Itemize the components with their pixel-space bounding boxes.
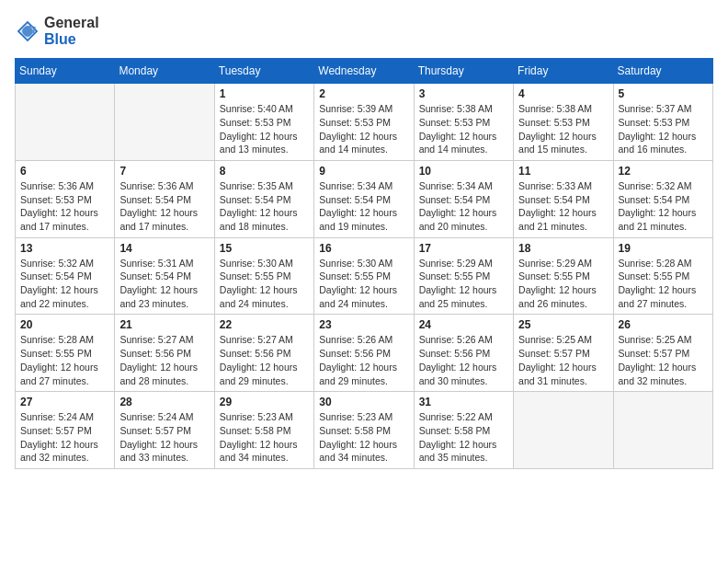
weekday-header-friday: Friday: [514, 59, 613, 84]
day-info: Sunrise: 5:29 AM Sunset: 5:55 PM Dayligh…: [518, 257, 608, 311]
calendar-cell: 24Sunrise: 5:26 AM Sunset: 5:56 PM Dayli…: [414, 315, 513, 392]
day-info: Sunrise: 5:25 AM Sunset: 5:57 PM Dayligh…: [619, 333, 708, 387]
day-info: Sunrise: 5:32 AM Sunset: 5:54 PM Dayligh…: [20, 257, 109, 311]
day-number: 28: [119, 396, 209, 408]
calendar-cell: 26Sunrise: 5:25 AM Sunset: 5:57 PM Dayli…: [613, 315, 712, 392]
day-info: Sunrise: 5:36 AM Sunset: 5:53 PM Dayligh…: [20, 179, 109, 234]
calendar-cell: 28Sunrise: 5:24 AM Sunset: 5:57 PM Dayli…: [115, 392, 214, 469]
day-number: 12: [619, 165, 708, 178]
calendar-cell: 11Sunrise: 5:33 AM Sunset: 5:54 PM Dayli…: [514, 160, 613, 237]
day-number: 30: [319, 396, 408, 408]
day-number: 8: [220, 165, 309, 178]
calendar-cell: 22Sunrise: 5:27 AM Sunset: 5:56 PM Dayli…: [214, 315, 313, 392]
calendar-cell: 16Sunrise: 5:30 AM Sunset: 5:55 PM Dayli…: [314, 237, 414, 315]
calendar-cell: 9Sunrise: 5:34 AM Sunset: 5:54 PM Daylig…: [314, 160, 414, 237]
day-number: 22: [220, 318, 309, 331]
weekday-header-tuesday: Tuesday: [214, 59, 313, 84]
week-row-1: 1Sunrise: 5:40 AM Sunset: 5:53 PM Daylig…: [16, 84, 713, 161]
week-row-4: 20Sunrise: 5:28 AM Sunset: 5:55 PM Dayli…: [16, 315, 713, 392]
weekday-header-row: SundayMondayTuesdayWednesdayThursdayFrid…: [16, 59, 713, 84]
day-number: 9: [319, 165, 408, 178]
day-number: 29: [220, 396, 309, 408]
day-number: 26: [619, 318, 708, 331]
day-info: Sunrise: 5:32 AM Sunset: 5:54 PM Dayligh…: [619, 179, 708, 234]
day-info: Sunrise: 5:26 AM Sunset: 5:56 PM Dayligh…: [319, 333, 408, 387]
calendar-cell: 3Sunrise: 5:38 AM Sunset: 5:53 PM Daylig…: [414, 84, 513, 161]
calendar-cell: [613, 392, 712, 469]
calendar-cell: 30Sunrise: 5:23 AM Sunset: 5:58 PM Dayli…: [314, 392, 414, 469]
day-number: 7: [119, 165, 209, 178]
day-info: Sunrise: 5:26 AM Sunset: 5:56 PM Dayligh…: [419, 333, 508, 387]
calendar-cell: 18Sunrise: 5:29 AM Sunset: 5:55 PM Dayli…: [514, 237, 613, 315]
calendar-cell: [115, 84, 214, 161]
day-info: Sunrise: 5:22 AM Sunset: 5:58 PM Dayligh…: [419, 410, 508, 465]
week-row-3: 13Sunrise: 5:32 AM Sunset: 5:54 PM Dayli…: [16, 237, 713, 315]
day-number: 16: [319, 242, 408, 255]
day-info: Sunrise: 5:40 AM Sunset: 5:53 PM Dayligh…: [220, 102, 309, 156]
page-header: General Blue: [15, 15, 713, 47]
calendar-cell: 23Sunrise: 5:26 AM Sunset: 5:56 PM Dayli…: [314, 315, 414, 392]
calendar-cell: [514, 392, 613, 469]
day-info: Sunrise: 5:23 AM Sunset: 5:58 PM Dayligh…: [220, 410, 309, 465]
calendar-cell: 6Sunrise: 5:36 AM Sunset: 5:53 PM Daylig…: [16, 160, 115, 237]
day-number: 27: [20, 396, 109, 408]
calendar-cell: 4Sunrise: 5:38 AM Sunset: 5:53 PM Daylig…: [514, 84, 613, 161]
calendar-cell: [16, 84, 115, 161]
calendar-table: SundayMondayTuesdayWednesdayThursdayFrid…: [15, 58, 713, 469]
day-number: 19: [619, 242, 708, 255]
weekday-header-saturday: Saturday: [613, 59, 712, 84]
day-info: Sunrise: 5:27 AM Sunset: 5:56 PM Dayligh…: [220, 333, 309, 387]
day-number: 3: [419, 87, 508, 100]
day-number: 23: [319, 318, 408, 331]
weekday-header-monday: Monday: [115, 59, 214, 84]
day-info: Sunrise: 5:38 AM Sunset: 5:53 PM Dayligh…: [518, 102, 608, 156]
day-number: 13: [20, 242, 109, 255]
day-info: Sunrise: 5:28 AM Sunset: 5:55 PM Dayligh…: [619, 257, 708, 311]
day-number: 24: [419, 318, 508, 331]
day-info: Sunrise: 5:28 AM Sunset: 5:55 PM Dayligh…: [20, 333, 109, 387]
day-number: 31: [419, 396, 508, 408]
logo-icon: [15, 18, 40, 44]
weekday-header-thursday: Thursday: [414, 59, 513, 84]
day-number: 15: [220, 242, 309, 255]
day-number: 10: [419, 165, 508, 178]
day-number: 21: [119, 318, 209, 331]
day-info: Sunrise: 5:33 AM Sunset: 5:54 PM Dayligh…: [518, 179, 608, 234]
weekday-header-sunday: Sunday: [16, 59, 115, 84]
calendar-cell: 8Sunrise: 5:35 AM Sunset: 5:54 PM Daylig…: [214, 160, 313, 237]
day-number: 20: [20, 318, 109, 331]
day-number: 17: [419, 242, 508, 255]
day-info: Sunrise: 5:25 AM Sunset: 5:57 PM Dayligh…: [518, 333, 608, 387]
day-info: Sunrise: 5:36 AM Sunset: 5:54 PM Dayligh…: [119, 179, 209, 234]
calendar-cell: 7Sunrise: 5:36 AM Sunset: 5:54 PM Daylig…: [115, 160, 214, 237]
weekday-header-wednesday: Wednesday: [314, 59, 414, 84]
day-number: 1: [220, 87, 309, 100]
day-info: Sunrise: 5:30 AM Sunset: 5:55 PM Dayligh…: [319, 257, 408, 311]
day-info: Sunrise: 5:23 AM Sunset: 5:58 PM Dayligh…: [319, 410, 408, 465]
calendar-cell: 21Sunrise: 5:27 AM Sunset: 5:56 PM Dayli…: [115, 315, 214, 392]
day-number: 11: [518, 165, 608, 178]
day-info: Sunrise: 5:30 AM Sunset: 5:55 PM Dayligh…: [220, 257, 309, 311]
calendar-cell: 17Sunrise: 5:29 AM Sunset: 5:55 PM Dayli…: [414, 237, 513, 315]
day-info: Sunrise: 5:37 AM Sunset: 5:53 PM Dayligh…: [619, 102, 708, 156]
day-info: Sunrise: 5:35 AM Sunset: 5:54 PM Dayligh…: [220, 179, 309, 234]
calendar-cell: 25Sunrise: 5:25 AM Sunset: 5:57 PM Dayli…: [514, 315, 613, 392]
calendar-cell: 2Sunrise: 5:39 AM Sunset: 5:53 PM Daylig…: [314, 84, 414, 161]
calendar-cell: 5Sunrise: 5:37 AM Sunset: 5:53 PM Daylig…: [613, 84, 712, 161]
calendar-cell: 12Sunrise: 5:32 AM Sunset: 5:54 PM Dayli…: [613, 160, 712, 237]
calendar-cell: 15Sunrise: 5:30 AM Sunset: 5:55 PM Dayli…: [214, 237, 313, 315]
day-info: Sunrise: 5:31 AM Sunset: 5:54 PM Dayligh…: [119, 257, 209, 311]
logo-text: General Blue: [44, 15, 99, 47]
day-info: Sunrise: 5:34 AM Sunset: 5:54 PM Dayligh…: [419, 179, 508, 234]
week-row-2: 6Sunrise: 5:36 AM Sunset: 5:53 PM Daylig…: [16, 160, 713, 237]
day-number: 14: [119, 242, 209, 255]
day-number: 2: [319, 87, 408, 100]
calendar-cell: 10Sunrise: 5:34 AM Sunset: 5:54 PM Dayli…: [414, 160, 513, 237]
day-info: Sunrise: 5:24 AM Sunset: 5:57 PM Dayligh…: [20, 410, 109, 465]
day-number: 25: [518, 318, 608, 331]
day-info: Sunrise: 5:27 AM Sunset: 5:56 PM Dayligh…: [119, 333, 209, 387]
day-info: Sunrise: 5:34 AM Sunset: 5:54 PM Dayligh…: [319, 179, 408, 234]
day-number: 5: [619, 87, 708, 100]
day-number: 4: [518, 87, 608, 100]
day-info: Sunrise: 5:39 AM Sunset: 5:53 PM Dayligh…: [319, 102, 408, 156]
